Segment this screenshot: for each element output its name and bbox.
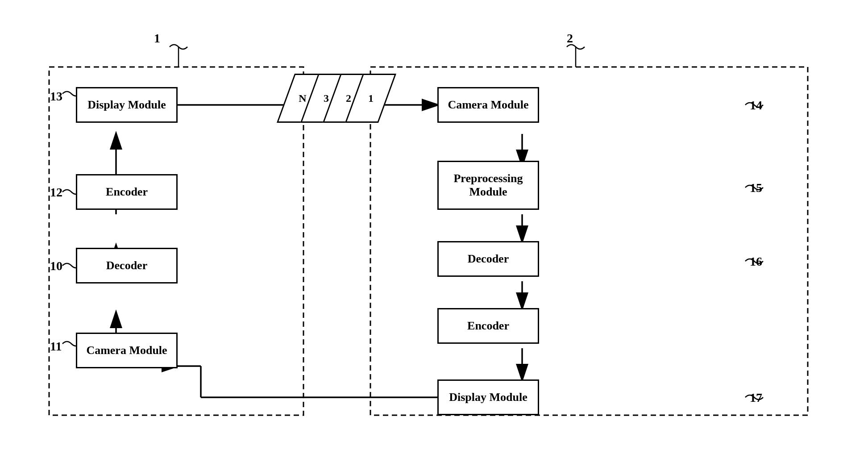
right-camera-module-box: Camera Module <box>437 87 539 123</box>
left-display-module-box: Display Module <box>76 87 178 123</box>
right-preprocessing-box: Preprocessing Module <box>437 161 539 210</box>
svg-rect-3 <box>370 67 808 415</box>
left-decoder-label: Decoder <box>106 259 147 272</box>
diagram-container: 1 2 13 12 10 11 14 15 16 17 Display Modu… <box>22 22 846 446</box>
right-encoder-box: Encoder <box>437 308 539 344</box>
left-decoder-box: Decoder <box>76 248 178 283</box>
ref-11-label: 11 <box>50 339 62 354</box>
left-encoder-label: Encoder <box>106 185 148 199</box>
left-camera-module-label: Camera Module <box>86 344 167 357</box>
right-decoder-label: Decoder <box>468 252 509 266</box>
frame-3-label: 3 <box>324 92 329 104</box>
ref-2-label: 2 <box>567 31 573 46</box>
ref-10-label: 10 <box>50 259 62 273</box>
left-encoder-box: Encoder <box>76 174 178 210</box>
ref-15-label: 15 <box>750 181 762 195</box>
ref-12-label: 12 <box>50 185 62 200</box>
ref-14-label: 14 <box>750 98 762 113</box>
left-display-module-label: Display Module <box>87 98 166 112</box>
right-decoder-box: Decoder <box>437 241 539 277</box>
right-display-module-label: Display Module <box>449 391 527 404</box>
frame-2-label: 2 <box>346 92 351 104</box>
arrows-svg <box>22 22 846 446</box>
frame-n-label: N <box>299 92 306 104</box>
left-camera-module-box: Camera Module <box>76 333 178 368</box>
ref-13-label: 13 <box>50 89 62 104</box>
frame-1-label: 1 <box>368 92 374 104</box>
ref-17-label: 17 <box>750 391 762 405</box>
right-camera-module-label: Camera Module <box>448 98 528 112</box>
right-preprocessing-label: Preprocessing Module <box>439 172 538 199</box>
ref-1-label: 1 <box>154 31 160 46</box>
right-display-module-box: Display Module <box>437 379 539 415</box>
ref-16-label: 16 <box>750 254 762 269</box>
right-encoder-label: Encoder <box>467 319 509 333</box>
